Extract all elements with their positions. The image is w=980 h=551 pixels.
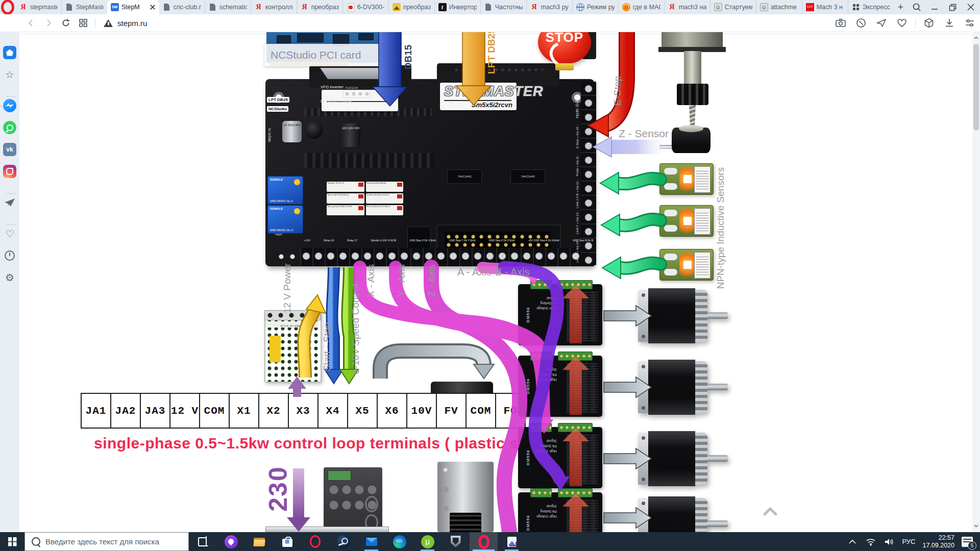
tab-image[interactable]: преобраз — [388, 0, 434, 14]
tab-yandex[interactable]: Я stepmaste — [16, 0, 61, 14]
keyboard-language[interactable]: РУС — [902, 538, 915, 545]
taskbar-app-steam[interactable] — [329, 532, 357, 551]
downloads-button[interactable] — [939, 17, 960, 29]
app-icon — [393, 535, 406, 548]
volume-indicator[interactable] — [884, 538, 895, 546]
tab-facebook[interactable]: f Инвертор — [434, 0, 480, 14]
tray-expand-button[interactable] — [847, 539, 858, 544]
tab-stepmaster[interactable]: SM StepM — [107, 0, 159, 14]
tab-favicon-icon: CCP — [806, 3, 814, 11]
taskbar-app-alice[interactable] — [217, 532, 245, 551]
tab-favicon-icon: Я — [19, 3, 28, 11]
sidebar-item-likes-heart[interactable]: ♡ — [3, 227, 16, 240]
scrollbar-down-icon[interactable] — [974, 523, 978, 528]
board-label: GND Step Z Dir Z Enbl — [489, 239, 515, 246]
tab-yandex[interactable]: Я mach3 на — [664, 0, 710, 14]
grid-icon — [79, 19, 87, 27]
new-tab-button[interactable]: + — [894, 0, 908, 14]
sidebar-item-vk[interactable]: vk — [3, 143, 16, 156]
sidebar-item-bookmarks-star[interactable]: ☆ — [3, 68, 16, 81]
tab-favicon-icon — [209, 3, 217, 11]
taskbar-app-opera[interactable] — [470, 532, 498, 551]
tab-page[interactable]: StepMaste — [61, 0, 107, 14]
taskbar-app-edge[interactable] — [385, 532, 413, 551]
tab-pdf[interactable]: 6-DV300- — [342, 0, 388, 14]
ad-blocker-button[interactable] — [851, 17, 871, 29]
window-restore-button[interactable] — [944, 0, 962, 14]
scroll-to-top-icon[interactable] — [763, 505, 778, 518]
sidebar-item-whatsapp[interactable] — [3, 121, 16, 134]
start-button[interactable] — [0, 532, 24, 551]
tab-favicon-icon — [347, 3, 355, 11]
taskbar-app-taskview[interactable] — [189, 532, 217, 551]
clock[interactable]: 22:57 17.09.2020 — [922, 534, 954, 549]
window-minimize-button[interactable] — [926, 0, 944, 14]
sidebar-item-instagram[interactable] — [3, 165, 16, 178]
caption-text: single-phase 0.5~1.5kw control loop term… — [94, 435, 551, 452]
terminal-cell: X2 — [258, 394, 288, 428]
action-center-button[interactable]: 5 — [962, 537, 973, 547]
tab-page[interactable]: schematic — [205, 0, 251, 14]
tab-title: StepMaste — [76, 4, 104, 11]
app-icon — [505, 535, 519, 548]
not-secure-warning-icon[interactable] — [104, 19, 113, 27]
app-icon — [365, 535, 378, 548]
taskbar-app-wot[interactable] — [442, 532, 470, 551]
page-settings-button[interactable] — [960, 17, 980, 29]
sidebar-item-history-clock[interactable] — [3, 249, 16, 262]
sidebar-item-settings-gear[interactable]: ⚙ — [3, 271, 16, 284]
tab-favicon-icon: ☺ — [714, 3, 722, 11]
tab-page[interactable]: cnc-club.r — [159, 0, 205, 14]
taskbar-app-store[interactable]: ⊞ — [273, 532, 301, 551]
window-close-button[interactable] — [962, 0, 980, 14]
scrollbar-thumb[interactable] — [973, 44, 979, 131]
board-input-label: E-Stop + Inp.10 - — [576, 125, 579, 148]
sidebar-item-speed-dial[interactable] — [3, 46, 16, 59]
app-icon — [477, 535, 491, 548]
url-text[interactable]: stepm.ru — [117, 19, 147, 28]
collet-nut-image — [677, 84, 708, 105]
taskbar-app-operagx[interactable] — [301, 532, 329, 551]
speed-dial-button[interactable] — [75, 19, 92, 27]
sidebar-item-messenger[interactable] — [3, 99, 16, 112]
tab-close-icon[interactable] — [150, 4, 156, 10]
taskbar-app-mail[interactable] — [357, 532, 385, 551]
tab-search-button[interactable] — [908, 0, 925, 14]
tab-globe[interactable]: Режим ру — [572, 0, 618, 14]
stepper-driver: DM556 High VoltagePA SettingSignal — [518, 356, 602, 417]
extensions-button[interactable] — [919, 17, 939, 29]
my-flow-button[interactable] — [871, 17, 892, 29]
scrollbar-up-icon[interactable] — [974, 36, 978, 40]
tab-flame[interactable]: D где в MAC — [618, 0, 664, 14]
emergency-stop-button-image: STOP — [538, 29, 594, 66]
tab-smiley[interactable]: ☺ attachme — [756, 0, 802, 14]
forward-button[interactable] — [40, 19, 57, 27]
taskbar-search-box[interactable]: Введите здесь текст для поиска — [24, 532, 189, 551]
tab-ccp[interactable]: CCP Mach 3 н — [802, 0, 848, 14]
terminal-cell: X3 — [288, 394, 317, 428]
back-button[interactable] — [22, 19, 40, 27]
power-supply-image: V ADJ +V -V L N — [264, 310, 322, 383]
taskbar-app-utorrent[interactable]: µ — [413, 532, 442, 551]
tab-favicon-icon — [65, 3, 74, 11]
snapshot-button[interactable] — [830, 17, 851, 29]
tab-yandex[interactable]: Я mach3 ру — [526, 0, 572, 14]
reload-button[interactable] — [57, 18, 75, 28]
sidebar-item-my-flow[interactable] — [3, 196, 16, 209]
tab-smiley[interactable]: ☺ Стартуем — [710, 0, 756, 14]
opera-menu-button[interactable] — [0, 0, 16, 14]
tab-grid[interactable]: Экспресс — [848, 0, 894, 14]
tab-yandex[interactable]: Я преобраз — [297, 0, 342, 14]
taskbar-app-paint[interactable] — [498, 532, 526, 551]
wifi-indicator[interactable] — [865, 538, 876, 546]
url-field[interactable]: stepm.ru — [104, 19, 147, 28]
terminal-cell: JA2 — [110, 394, 140, 428]
bookmark-page-button[interactable] — [892, 17, 912, 29]
page-scrollbar[interactable] — [972, 32, 980, 532]
app-icon: µ — [421, 535, 434, 548]
tab-title: где в MAC — [633, 4, 660, 11]
tab-yandex[interactable]: Я контролле — [251, 0, 297, 14]
taskbar-app-explorer[interactable] — [245, 532, 273, 551]
app-icon — [225, 535, 238, 548]
tab-page[interactable]: Частотны — [480, 0, 526, 14]
